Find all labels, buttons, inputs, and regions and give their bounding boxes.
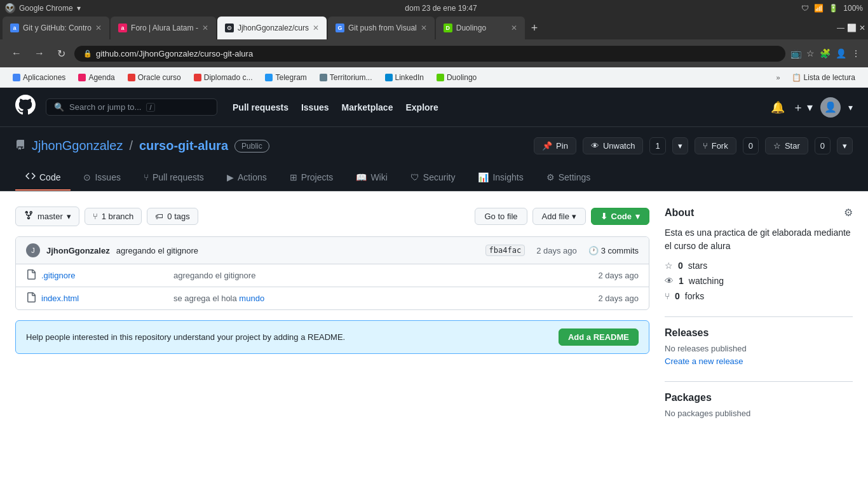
repo-name[interactable]: curso-git-alura (139, 139, 228, 153)
file-name-gitignore[interactable]: .gitignore (41, 271, 168, 280)
tab-close-3[interactable]: ✕ (313, 24, 319, 32)
tab-code[interactable]: Code (15, 165, 71, 191)
add-file-button[interactable]: Add file ▾ (532, 208, 586, 225)
new-tab-button[interactable]: + (526, 17, 543, 39)
tab-wiki[interactable]: 📖 Wiki (346, 165, 397, 191)
extensions-icon[interactable]: 🧩 (820, 48, 831, 58)
tags-button[interactable]: 🏷 0 tags (147, 208, 198, 225)
tab-close-5[interactable]: ✕ (511, 24, 517, 32)
bookmark-label-duolingo: Duolingo (447, 73, 477, 82)
pin-button[interactable]: 📌 Pin (534, 137, 576, 154)
battery-percent: 100% (843, 4, 863, 13)
file-row-gitignore: .gitignore agregando el gitignore 2 days… (16, 264, 649, 287)
forward-button[interactable]: → (31, 46, 48, 60)
commit-author-name[interactable]: JjhonGgonzalez (46, 246, 110, 255)
branch-count-button[interactable]: ⑂ 1 branch (85, 208, 142, 225)
menu-icon[interactable]: ⋮ (851, 48, 860, 58)
bookmark-telegram[interactable]: Telegram (260, 72, 311, 83)
tab-git-push[interactable]: G Git push from Visual ✕ (328, 17, 435, 39)
os-bar-dropdown[interactable]: ▾ (77, 4, 81, 13)
about-settings-icon[interactable]: ⚙ (844, 207, 853, 219)
bookmark-apps[interactable]: Aplicaciones (8, 72, 71, 83)
nav-issues[interactable]: Issues (301, 102, 329, 112)
create-release-link[interactable]: Create a new release (665, 356, 743, 366)
tab-projects[interactable]: ⊞ Projects (280, 165, 344, 191)
tab-favicon-5: D (444, 24, 452, 32)
tab-pull-requests[interactable]: ⑂ Pull requests (133, 165, 214, 191)
tab-title-2: Foro | Alura Latam - (131, 24, 198, 32)
nav-marketplace[interactable]: Marketplace (342, 102, 393, 112)
repo-main: master ▾ ⑂ 1 branch 🏷 0 tags Go to file … (15, 207, 649, 430)
repo-owner[interactable]: JjhonGgonzalez (32, 139, 123, 153)
star-dropdown[interactable]: ▾ (837, 137, 853, 154)
branch-bar: master ▾ ⑂ 1 branch 🏷 0 tags Go to file … (15, 207, 649, 226)
file-table: J JjhonGgonzalez agregando el gitignore … (15, 236, 649, 310)
go-to-file-button[interactable]: Go to file (475, 208, 527, 225)
bookmark-oracle[interactable]: Oracle curso (123, 72, 186, 83)
new-item-button[interactable]: ＋ ▾ (792, 100, 813, 115)
tab-title-1: Git y GitHub: Contro (23, 24, 92, 32)
os-bar: 👽 Google Chrome ▾ dom 23 de ene 19:47 🛡 … (0, 0, 868, 17)
bookmark-reading-list[interactable]: 📋 Lista de lectura (787, 72, 860, 83)
tab-foro-alura[interactable]: a Foro | Alura Latam - ✕ (111, 17, 216, 39)
cast-icon[interactable]: 📺 (790, 48, 801, 58)
tab-duolingo[interactable]: D Duolingo ✕ (436, 17, 525, 39)
tab-title-5: Duolingo (456, 24, 507, 32)
nav-explore[interactable]: Explore (405, 102, 438, 112)
fork-button[interactable]: ⑂ Fork (695, 137, 736, 154)
fork-icon: ⑂ (703, 141, 708, 151)
mundo-link[interactable]: mundo (239, 294, 264, 303)
back-button[interactable]: ← (8, 46, 25, 60)
unwatch-button[interactable]: 👁 Unwatch (583, 137, 644, 154)
commit-hash[interactable]: fba4fac (485, 245, 526, 256)
wiki-tab-icon: 📖 (356, 172, 367, 182)
branch-icon (24, 210, 34, 222)
tab-security[interactable]: 🛡 Security (400, 165, 466, 191)
profile-icon[interactable]: 👤 (836, 48, 846, 58)
notifications-button[interactable]: 🔔 (771, 100, 785, 114)
commit-count[interactable]: 🕐 3 commits (588, 246, 639, 255)
star-button[interactable]: ☆ Star (765, 137, 808, 154)
bookmark-agenda[interactable]: Agenda (73, 72, 119, 83)
watching-count: 1 (679, 276, 684, 286)
file-row-index: index.html se agrega el hola mundo 2 day… (16, 287, 649, 309)
tag-icon: 🏷 (155, 212, 163, 221)
tab-issues[interactable]: ⊙ Issues (73, 165, 130, 191)
tab-actions[interactable]: ▶ Actions (217, 165, 277, 191)
minimize-btn[interactable]: — (837, 24, 844, 32)
tab-settings[interactable]: ⚙ Settings (536, 165, 601, 191)
no-releases-text: No releases published (665, 344, 853, 353)
code-button[interactable]: ⬇ Code ▾ (591, 208, 650, 225)
close-btn[interactable]: ✕ (859, 24, 865, 32)
bookmark-linkedin[interactable]: LinkedIn (380, 72, 429, 83)
bookmark-star-icon[interactable]: ☆ (806, 48, 815, 58)
tab-close-1[interactable]: ✕ (95, 24, 102, 32)
github-nav: 🔍 Search or jump to... / Pull requests I… (0, 88, 868, 127)
tab-close-2[interactable]: ✕ (202, 24, 208, 32)
bookmark-territorium[interactable]: Territorium... (315, 72, 377, 83)
address-bar-right: 📺 ☆ 🧩 👤 ⋮ (790, 48, 860, 58)
branch-selector[interactable]: master ▾ (15, 207, 79, 226)
tab-git-github[interactable]: a Git y GitHub: Contro ✕ (3, 17, 109, 39)
reload-button[interactable]: ↻ (53, 46, 69, 61)
github-search[interactable]: 🔍 Search or jump to... / (46, 98, 217, 116)
branch-count: 1 branch (102, 212, 134, 221)
bookmarks-more[interactable]: » (772, 72, 783, 83)
add-readme-button[interactable]: Add a README (559, 329, 639, 346)
bookmark-favicon-apps (13, 74, 20, 81)
bookmark-diplomado[interactable]: Diplomado c... (189, 72, 258, 83)
bookmark-favicon-reading: 📋 (792, 73, 801, 82)
user-avatar[interactable]: 👤 (820, 97, 841, 118)
avatar-dropdown[interactable]: ▾ (848, 102, 853, 112)
unwatch-dropdown[interactable]: ▾ (672, 137, 688, 154)
file-name-index[interactable]: index.html (41, 294, 168, 303)
github-logo[interactable] (15, 95, 36, 119)
maximize-btn[interactable]: ⬜ (847, 24, 857, 32)
url-bar[interactable]: 🔒 github.com/JjhonGgonzalez/curso-git-al… (74, 46, 785, 62)
pr-tab-icon: ⑂ (144, 172, 149, 182)
tab-close-4[interactable]: ✕ (421, 24, 427, 32)
tab-github-repo[interactable]: ⊙ JjhonGgonzalez/curs ✕ (217, 17, 327, 39)
bookmark-duolingo[interactable]: Duolingo (431, 72, 482, 83)
nav-pull-requests[interactable]: Pull requests (233, 102, 288, 112)
tab-insights[interactable]: 📊 Insights (468, 165, 533, 191)
